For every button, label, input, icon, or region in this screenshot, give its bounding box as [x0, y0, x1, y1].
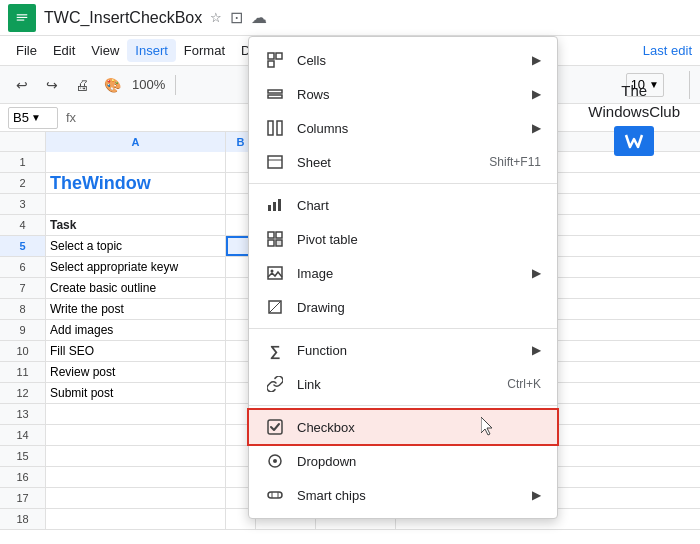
svg-rect-14 — [273, 202, 276, 211]
drawing-label: Drawing — [297, 300, 541, 315]
cells-icon — [265, 50, 285, 70]
menu-item-columns[interactable]: Columns ▶ — [249, 111, 557, 145]
svg-marker-25 — [481, 417, 492, 435]
smartchips-icon — [265, 485, 285, 505]
svg-rect-8 — [268, 95, 282, 98]
menu-item-drawing[interactable]: Drawing — [249, 290, 557, 324]
svg-rect-5 — [276, 53, 282, 59]
cells-label: Cells — [297, 53, 532, 68]
image-icon — [265, 263, 285, 283]
menu-item-image[interactable]: Image ▶ — [249, 256, 557, 290]
svg-rect-11 — [268, 156, 282, 168]
menu-item-dropdown[interactable]: Dropdown — [249, 444, 557, 478]
svg-rect-16 — [268, 232, 274, 238]
cursor-icon — [481, 417, 497, 437]
smartchips-label: Smart chips — [297, 488, 532, 503]
chart-icon — [265, 195, 285, 215]
image-arrow: ▶ — [532, 266, 541, 280]
svg-rect-9 — [268, 121, 273, 135]
rows-arrow: ▶ — [532, 87, 541, 101]
dropdown-overlay: Cells ▶ Rows ▶ Columns ▶ Sheet Shift+F11 — [0, 0, 700, 544]
smartchips-arrow: ▶ — [532, 488, 541, 502]
image-label: Image — [297, 266, 532, 281]
svg-rect-15 — [278, 199, 281, 211]
svg-rect-6 — [268, 61, 274, 67]
svg-point-27 — [273, 459, 277, 463]
function-icon: ∑ — [265, 340, 285, 360]
link-label: Link — [297, 377, 507, 392]
svg-rect-28 — [268, 492, 282, 498]
menu-item-link[interactable]: Link Ctrl+K — [249, 367, 557, 401]
twc-icon — [614, 126, 654, 156]
link-shortcut: Ctrl+K — [507, 377, 541, 391]
chart-label: Chart — [297, 198, 541, 213]
thewindowsclub-badge: The WindowsClub — [588, 80, 680, 156]
svg-rect-20 — [268, 267, 282, 279]
svg-line-23 — [269, 301, 281, 313]
function-arrow: ▶ — [532, 343, 541, 357]
rows-label: Rows — [297, 87, 532, 102]
svg-rect-17 — [268, 240, 274, 246]
twc-line2: WindowsClub — [588, 101, 680, 122]
menu-item-function[interactable]: ∑ Function ▶ — [249, 333, 557, 367]
pivot-icon — [265, 229, 285, 249]
sheet-label: Sheet — [297, 155, 489, 170]
menu-item-smartchips[interactable]: Smart chips ▶ — [249, 478, 557, 512]
twc-text-block: The WindowsClub — [588, 80, 680, 122]
link-icon — [265, 374, 285, 394]
separator-3 — [249, 405, 557, 406]
checkbox-icon — [265, 417, 285, 437]
insert-menu: Cells ▶ Rows ▶ Columns ▶ Sheet Shift+F11 — [248, 36, 558, 519]
svg-rect-7 — [268, 90, 282, 93]
columns-arrow: ▶ — [532, 121, 541, 135]
columns-icon — [265, 118, 285, 138]
dropdown-label: Dropdown — [297, 454, 541, 469]
checkbox-label: Checkbox — [297, 420, 541, 435]
rows-icon — [265, 84, 285, 104]
separator-2 — [249, 328, 557, 329]
drawing-icon — [265, 297, 285, 317]
svg-rect-10 — [277, 121, 282, 135]
svg-rect-4 — [268, 53, 274, 59]
svg-rect-18 — [276, 232, 282, 238]
sheet-shortcut: Shift+F11 — [489, 155, 541, 169]
menu-item-sheet[interactable]: Sheet Shift+F11 — [249, 145, 557, 179]
menu-item-pivot[interactable]: Pivot table — [249, 222, 557, 256]
function-label: Function — [297, 343, 532, 358]
svg-rect-19 — [276, 240, 282, 246]
menu-item-rows[interactable]: Rows ▶ — [249, 77, 557, 111]
dropdown-menu-icon — [265, 451, 285, 471]
separator-1 — [249, 183, 557, 184]
twc-line1: The — [588, 80, 680, 101]
sheet-icon — [265, 152, 285, 172]
cells-arrow: ▶ — [532, 53, 541, 67]
pivot-label: Pivot table — [297, 232, 541, 247]
menu-item-cells[interactable]: Cells ▶ — [249, 43, 557, 77]
columns-label: Columns — [297, 121, 532, 136]
svg-rect-13 — [268, 205, 271, 211]
menu-item-checkbox[interactable]: Checkbox — [249, 410, 557, 444]
menu-item-chart[interactable]: Chart — [249, 188, 557, 222]
